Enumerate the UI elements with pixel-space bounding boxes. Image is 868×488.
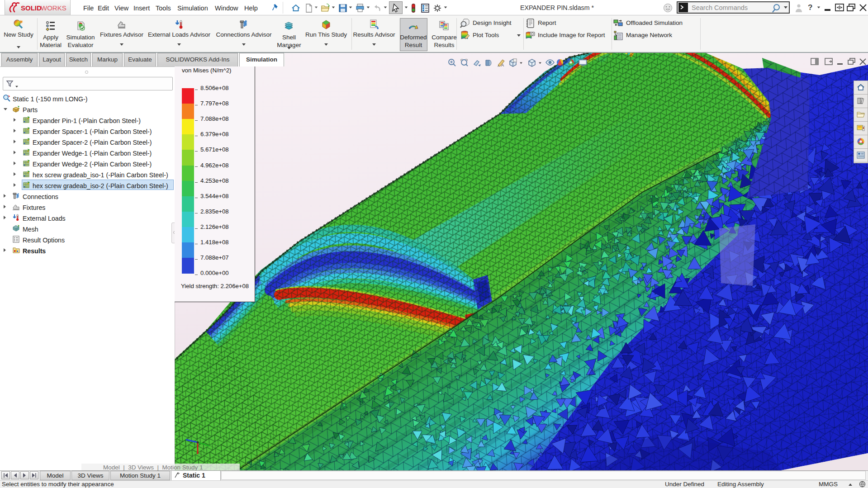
svg-text:A: A xyxy=(501,63,504,67)
svg-text:?: ? xyxy=(442,23,445,28)
svg-text:SOLID: SOLID xyxy=(21,4,42,12)
svg-text:WORKS: WORKS xyxy=(41,4,66,12)
